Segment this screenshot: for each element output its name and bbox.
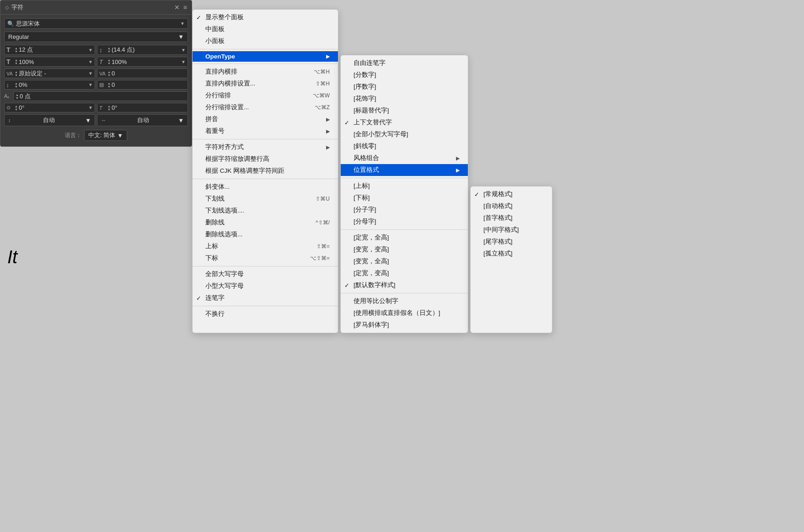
tracking-down[interactable]: ▼	[107, 74, 111, 77]
font-size-down[interactable]: ▼	[15, 50, 18, 53]
indent-field[interactable]: ▤ ▲ ▼	[97, 80, 188, 90]
menu-item-ordinals[interactable]: [序数字]	[341, 81, 468, 93]
kerning-dropdown[interactable]: ▼	[88, 71, 93, 76]
vertical-scale-stepper[interactable]: ▲ ▼	[15, 59, 18, 65]
leading-field[interactable]: ↕ ▲ ▼ ▼	[97, 45, 188, 55]
kerning-input[interactable]	[19, 70, 86, 77]
vertical-scale-dropdown[interactable]: ▼	[88, 59, 93, 64]
menu-item-furigana[interactable]: 拼音▶	[193, 113, 338, 125]
menu-item-wari-cumi-set[interactable]: 分行缩排设置...⌥⌘Z	[193, 101, 338, 113]
menu-item-positional-forms[interactable]: 位置格式▶	[341, 164, 468, 176]
kerning-field[interactable]: VA ▲ ▼ ▼	[4, 69, 95, 78]
char-rotation-field[interactable]: ⊙ ▲ ▼ ▼	[4, 103, 95, 112]
baseline-shift-down[interactable]: ▼	[15, 85, 18, 88]
horizontal-scale-field[interactable]: T ▲ ▼ ▼	[97, 57, 188, 67]
menu-item-roman-italics[interactable]: [罗马斜体字]	[341, 319, 468, 331]
menu-item-slashed-zero[interactable]: [斜线零]	[341, 140, 468, 152]
tracking-input[interactable]	[112, 70, 186, 77]
menu-item-denominator[interactable]: [分母字]	[341, 216, 468, 228]
menu-item-show-full[interactable]: ✓显示整个面板	[193, 11, 338, 23]
menu-item-underline-opts[interactable]: 下划线选项....	[193, 205, 338, 217]
baseline-pts-down[interactable]: ▼	[16, 96, 19, 100]
language-dropdown[interactable]: 中文: 简体 ▼	[84, 130, 127, 141]
menu-item-isolated-form[interactable]: [孤立格式]	[471, 248, 552, 260]
menu-item-numerator[interactable]: [分子字]	[341, 204, 468, 216]
menu-item-all-small-caps[interactable]: [全部小型大写字母]	[341, 128, 468, 140]
menu-item-vert-horiz-set[interactable]: 直排内横排设置...⇧⌘H	[193, 78, 338, 90]
menu-item-initial-form[interactable]: [首字格式]	[471, 212, 552, 224]
baseline-shift-field[interactable]: ↨ ▲ ▼ ▼	[4, 80, 95, 90]
font-style-dropdown[interactable]: Regular ▼	[4, 32, 188, 42]
kerning-stepper[interactable]: ▲ ▼	[15, 70, 18, 77]
leading-input[interactable]	[112, 47, 179, 53]
menu-item-stylistic-sets[interactable]: 风格组合▶	[341, 152, 468, 164]
menu-item-tabular-oldstyle[interactable]: [定宽，变高]	[341, 267, 468, 279]
leading-down[interactable]: ▼	[107, 50, 111, 53]
horizontal-scale-dropdown[interactable]: ▼	[181, 59, 186, 64]
baseline-pts-input[interactable]	[20, 93, 186, 100]
indent-up[interactable]: ▲	[107, 82, 111, 85]
baseline-pts-field[interactable]: ▲ ▼	[13, 91, 188, 101]
menu-item-opentype[interactable]: OpenType▶	[193, 51, 338, 62]
italic-angle-input[interactable]	[112, 104, 186, 111]
menu-item-medial-form[interactable]: [中间字格式]	[471, 224, 552, 236]
menu-item-prop-lining[interactable]: [变宽，全高]	[341, 255, 468, 267]
font-search-row[interactable]: 🔍 ▼	[4, 18, 188, 29]
menu-item-mid-panel[interactable]: 中面板	[193, 23, 338, 35]
panel-menu-button[interactable]: ≡	[183, 4, 187, 11]
font-size-up[interactable]: ▲	[15, 47, 18, 50]
leading-dropdown[interactable]: ▼	[181, 48, 186, 53]
menu-item-ligature[interactable]: ✓连笔字	[193, 292, 338, 304]
menu-item-cjk-grid[interactable]: 根据 CJK 网格调整字符间距	[193, 165, 338, 177]
menu-item-proportional-metrics[interactable]: 使用等比公制字	[341, 295, 468, 307]
char-rotation-down[interactable]: ▼	[15, 108, 18, 111]
baseline-pts-up[interactable]: ▲	[16, 93, 19, 96]
baseline-shift-stepper[interactable]: ▲ ▼	[15, 82, 18, 88]
menu-item-auto-form[interactable]: [自动格式]	[471, 200, 552, 212]
horizontal-scale-input[interactable]	[112, 59, 179, 65]
tracking-up[interactable]: ▲	[107, 70, 111, 74]
baseline-shift-input[interactable]	[19, 81, 86, 88]
menu-item-small-panel[interactable]: 小面板	[193, 35, 338, 47]
indent-stepper[interactable]: ▲ ▼	[107, 82, 111, 88]
menu-item-contextual-alt[interactable]: ✓上下文替代字	[341, 117, 468, 128]
baseline-shift-dropdown[interactable]: ▼	[88, 82, 93, 87]
italic-angle-up[interactable]: ▲	[107, 105, 111, 108]
menu-item-small-caps[interactable]: 小型大写字母	[193, 280, 338, 292]
menu-item-jp-alternates[interactable]: [使用横排或直排假名（日文）]	[341, 307, 468, 319]
horizontal-scale-up[interactable]: ▲	[107, 59, 111, 62]
vertical-scale-input[interactable]	[19, 59, 86, 65]
menu-item-no-break[interactable]: 不换行	[193, 308, 338, 320]
leading-stepper[interactable]: ▲ ▼	[107, 47, 111, 53]
font-size-dropdown[interactable]: ▼	[88, 48, 93, 53]
menu-item-swash[interactable]: [花饰字]	[341, 93, 468, 105]
menu-item-prop-oldstyle[interactable]: [变宽，变高]	[341, 244, 468, 255]
menu-item-free-swash[interactable]: 自由连笔字	[341, 57, 468, 69]
indent-down[interactable]: ▼	[107, 85, 111, 88]
menu-item-char-align[interactable]: 字符对齐方式▶	[193, 141, 338, 153]
menu-item-underline[interactable]: 下划线⇧⌘U	[193, 193, 338, 205]
menu-item-subscript2[interactable]: [下标]	[341, 192, 468, 204]
menu-item-all-caps[interactable]: 全部大写字母	[193, 268, 338, 280]
tracking-field[interactable]: VA ▲ ▼	[97, 69, 188, 78]
menu-item-fractions[interactable]: [分数字]	[341, 69, 468, 81]
menu-item-superscript[interactable]: 上标⇧⌘=	[193, 240, 338, 252]
menu-item-wari-cumi[interactable]: 分行缩排⌥⌘W	[193, 90, 338, 101]
menu-item-scale-leading[interactable]: 根据字符缩放调整行高	[193, 153, 338, 165]
menu-item-titling[interactable]: [标题替代字]	[341, 105, 468, 117]
menu-item-emphasis[interactable]: 着重号▶	[193, 125, 338, 137]
kerning-down[interactable]: ▼	[15, 74, 18, 77]
menu-item-tabular-lining[interactable]: [定宽，全高]	[341, 232, 468, 244]
char-rotation-dropdown[interactable]: ▼	[88, 105, 93, 110]
char-rotation-up[interactable]: ▲	[15, 105, 18, 108]
vertical-scale-down[interactable]: ▼	[15, 62, 18, 65]
leading-up[interactable]: ▲	[107, 47, 111, 50]
italic-angle-down[interactable]: ▼	[107, 108, 111, 111]
font-name-input[interactable]	[16, 20, 178, 27]
menu-item-general-form[interactable]: ✓[常规格式]	[471, 188, 552, 200]
menu-item-strikethrough[interactable]: 删除线^⇧⌘/	[193, 217, 338, 229]
baseline-pts-stepper[interactable]: ▲ ▼	[16, 93, 19, 100]
lineheight2-dropdown[interactable]: ↔ 自动 ▼	[97, 114, 188, 126]
char-rotation-input[interactable]	[19, 104, 86, 111]
font-size-stepper[interactable]: ▲ ▼	[15, 47, 18, 53]
